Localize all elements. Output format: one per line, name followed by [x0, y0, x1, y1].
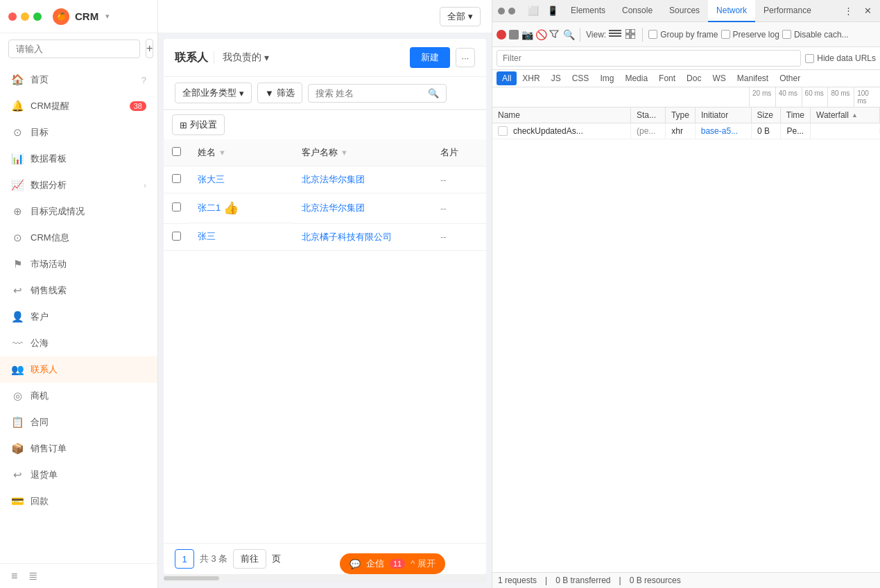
clear-icon[interactable]: 🚫: [535, 29, 546, 40]
horizontal-scrollbar[interactable]: [164, 574, 486, 582]
view-grid-icon[interactable]: [626, 29, 637, 40]
type-btn-other[interactable]: Other: [774, 71, 806, 85]
type-btn-css[interactable]: CSS: [567, 71, 595, 85]
search-input[interactable]: [316, 88, 424, 98]
sidebar-item-data-dashboard[interactable]: 📊 数据看板: [0, 146, 157, 172]
type-select[interactable]: 全部业务类型 ▾: [175, 83, 252, 103]
type-btn-font[interactable]: Font: [653, 71, 681, 85]
menu-icon[interactable]: ≡: [11, 570, 17, 582]
search-box: 🔍: [308, 84, 447, 103]
screenshot-icon[interactable]: 📷: [521, 29, 533, 40]
sidebar-search-input[interactable]: [8, 40, 140, 58]
sidebar-item-contacts[interactable]: 👥 联系人: [0, 356, 157, 383]
network-table-header: Name Sta... Type Initiator Size Time Wat…: [492, 107, 880, 123]
customer-name-link[interactable]: 北京法华尔集团: [302, 174, 365, 184]
leads-icon: ↩: [11, 284, 24, 297]
col-header-type[interactable]: Type: [666, 107, 696, 123]
type-btn-media[interactable]: Media: [619, 71, 653, 85]
type-btn-js[interactable]: JS: [546, 71, 567, 85]
type-btn-doc[interactable]: Doc: [681, 71, 707, 85]
type-btn-ws[interactable]: WS: [707, 71, 731, 85]
preserve-log-checkbox[interactable]: Preserve log: [721, 30, 779, 40]
type-btn-all[interactable]: All: [497, 71, 517, 85]
sidebar-item-crm-info[interactable]: ⊙ CRM信息: [0, 225, 157, 251]
devtools-more-icon[interactable]: ⋮: [838, 1, 858, 21]
tab-console[interactable]: Console: [614, 0, 661, 22]
select-all-checkbox[interactable]: [172, 147, 181, 156]
sidebar-item-open-sea[interactable]: 〰 公海: [0, 330, 157, 356]
sidebar-item-target-status[interactable]: ⊕ 目标完成情况: [0, 198, 157, 225]
page-subtitle[interactable]: 我负责的 ▾: [214, 51, 269, 64]
dt-inspect-icon[interactable]: ⬜: [524, 1, 543, 21]
new-button[interactable]: 新建: [410, 47, 450, 68]
row-checkbox[interactable]: [172, 202, 181, 211]
type-btn-img[interactable]: Img: [594, 71, 619, 85]
dt-dock-icon2[interactable]: [508, 8, 515, 15]
row-checkbox[interactable]: [172, 174, 181, 183]
row-initiator[interactable]: base-a5...: [696, 123, 752, 139]
col-header-status[interactable]: Sta...: [631, 107, 666, 123]
type-btn-manifest[interactable]: Manifest: [732, 71, 774, 85]
tab-network[interactable]: Network: [708, 0, 755, 22]
sidebar-add-button[interactable]: +: [146, 39, 153, 58]
chat-bubble[interactable]: 💬 企信 11 ^ 展开: [340, 553, 445, 574]
sidebar-item-return-order[interactable]: ↩ 退货单: [0, 462, 157, 488]
window-minimize[interactable]: [21, 12, 29, 21]
devtools-close-icon[interactable]: ✕: [858, 1, 877, 21]
type-btn-xhr[interactable]: XHR: [517, 71, 545, 85]
group-by-frame-checkbox[interactable]: Group by frame: [648, 30, 718, 40]
row-checkbox: [498, 126, 508, 136]
col-header-time[interactable]: Time: [781, 107, 811, 123]
stop-button[interactable]: [509, 30, 519, 40]
chat-expand[interactable]: ^ 展开: [411, 557, 435, 570]
more-button[interactable]: ···: [456, 48, 475, 67]
sidebar-item-customer[interactable]: 👤 客户: [0, 304, 157, 330]
tab-performance[interactable]: Performance: [755, 0, 820, 22]
col-header-size[interactable]: Size: [752, 107, 781, 123]
window-close[interactable]: [8, 12, 17, 21]
contact-name-link[interactable]: 张大三: [198, 174, 225, 184]
customer-name-link[interactable]: 北京法华尔集团: [302, 202, 365, 213]
sidebar-item-contract[interactable]: 📋 合同: [0, 409, 157, 435]
dt-device-icon[interactable]: 📱: [543, 1, 562, 21]
contact-name-link[interactable]: 张二1: [198, 202, 221, 214]
customer-name-link[interactable]: 北京橘子科技有限公司: [302, 232, 392, 242]
filter-icon[interactable]: [549, 29, 560, 40]
sidebar-item-crm-reminder[interactable]: 🔔 CRM提醒 38: [0, 93, 157, 119]
view-list-icon[interactable]: [609, 29, 623, 40]
sidebar-item-sales-leads[interactable]: ↩ 销售线索: [0, 277, 157, 304]
sidebar-item-market-activity[interactable]: ⚑ 市场活动: [0, 251, 157, 277]
sidebar-item-sales-order[interactable]: 📦 销售订单: [0, 435, 157, 462]
col-header-initiator[interactable]: Initiator: [696, 107, 752, 123]
filter-button[interactable]: ▼ 筛选: [257, 83, 302, 103]
search-icon[interactable]: 🔍: [563, 29, 574, 40]
list-icon[interactable]: ≣: [28, 569, 37, 582]
network-table-row[interactable]: checkUpdatedAs... (pe... xhr base-a5... …: [492, 123, 880, 139]
prev-page-button[interactable]: 前往: [233, 549, 266, 569]
hide-data-urls-checkbox[interactable]: Hide data URLs: [805, 53, 876, 63]
sidebar-item-payment[interactable]: 💳 回款: [0, 488, 157, 514]
tab-sources[interactable]: Sources: [661, 0, 708, 22]
row-checkbox[interactable]: [172, 232, 181, 241]
sidebar-item-home[interactable]: 🏠 首页 ?: [0, 67, 157, 93]
filter-label: 筛选: [277, 87, 295, 99]
global-select[interactable]: 全部 ▾: [440, 7, 481, 26]
tab-elements[interactable]: Elements: [562, 0, 614, 22]
sidebar-item-target[interactable]: ⊙ 目标: [0, 119, 157, 146]
name-filter-icon[interactable]: ▼: [218, 148, 226, 157]
window-maximize[interactable]: [33, 12, 42, 21]
app-dropdown-icon[interactable]: ▾: [105, 12, 110, 21]
sidebar-item-data-analysis[interactable]: 📈 数据分析 ›: [0, 172, 157, 198]
contact-name-link[interactable]: 张三: [198, 231, 216, 241]
dt-dock-icon[interactable]: [498, 8, 505, 15]
sort-icon: ▲: [852, 112, 858, 119]
record-button[interactable]: [497, 30, 506, 40]
current-page[interactable]: 1: [175, 549, 194, 569]
col-settings-button[interactable]: ⊞ 列设置: [172, 114, 225, 135]
network-filter-input[interactable]: [497, 50, 801, 67]
col-header-waterfall[interactable]: Waterfall ▲: [811, 107, 880, 123]
customer-filter-icon[interactable]: ▼: [340, 148, 348, 157]
disable-cache-checkbox[interactable]: Disable cach...: [782, 30, 849, 40]
sidebar-item-opportunity[interactable]: ◎ 商机: [0, 383, 157, 409]
col-header-name[interactable]: Name: [492, 107, 631, 123]
